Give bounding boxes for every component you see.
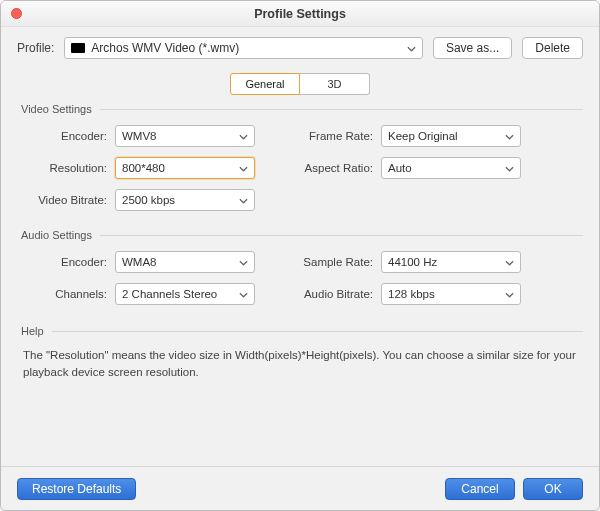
video-encoder-select[interactable]: WMV8 [115,125,255,147]
help-text: The "Resolution" means the video size in… [23,347,577,382]
chevron-down-icon [505,256,514,268]
ok-button[interactable]: OK [523,478,583,500]
restore-defaults-button[interactable]: Restore Defaults [17,478,136,500]
chevron-down-icon [239,162,248,174]
resolution-select[interactable]: 800*480 [115,157,255,179]
window-title: Profile Settings [254,7,346,21]
close-icon[interactable] [11,8,22,19]
profile-select[interactable]: Archos WMV Video (*.wmv) [64,37,423,59]
sample-rate-select[interactable]: 44100 Hz [381,251,521,273]
chevron-down-icon [505,162,514,174]
video-encoder-label: Encoder: [23,130,115,142]
tab-general[interactable]: General [230,73,300,95]
help-group: Help The "Resolution" means the video si… [17,325,583,382]
audio-settings-title: Audio Settings [21,229,92,241]
resolution-label: Resolution: [23,162,115,174]
delete-button[interactable]: Delete [522,37,583,59]
frame-rate-select[interactable]: Keep Original [381,125,521,147]
video-settings-title: Video Settings [21,103,92,115]
aspect-ratio-select[interactable]: Auto [381,157,521,179]
sample-rate-label: Sample Rate: [289,256,381,268]
audio-bitrate-select[interactable]: 128 kbps [381,283,521,305]
frame-rate-label: Frame Rate: [289,130,381,142]
video-bitrate-select[interactable]: 2500 kbps [115,189,255,211]
help-title: Help [21,325,44,337]
chevron-down-icon [239,256,248,268]
channels-label: Channels: [23,288,115,300]
chevron-down-icon [239,288,248,300]
audio-encoder-label: Encoder: [23,256,115,268]
bottom-bar: Restore Defaults Cancel OK [1,466,599,510]
chevron-down-icon [407,41,416,55]
video-settings-group: Video Settings Encoder: WMV8 Frame Rate:… [17,103,583,211]
profile-label: Profile: [17,41,54,55]
audio-bitrate-label: Audio Bitrate: [289,288,381,300]
chevron-down-icon [505,130,514,142]
profile-settings-window: Profile Settings Profile: Archos WMV Vid… [0,0,600,511]
tab-3d[interactable]: 3D [300,73,370,95]
aspect-ratio-label: Aspect Ratio: [289,162,381,174]
chevron-down-icon [505,288,514,300]
video-bitrate-label: Video Bitrate: [23,194,115,206]
top-row: Profile: Archos WMV Video (*.wmv) Save a… [17,37,583,59]
titlebar: Profile Settings [1,1,599,27]
chevron-down-icon [239,194,248,206]
audio-settings-group: Audio Settings Encoder: WMA8 Sample Rate… [17,229,583,305]
profile-format-icon [71,43,85,53]
window-controls [11,8,22,19]
chevron-down-icon [239,130,248,142]
cancel-button[interactable]: Cancel [445,478,515,500]
channels-select[interactable]: 2 Channels Stereo [115,283,255,305]
audio-encoder-select[interactable]: WMA8 [115,251,255,273]
profile-value: Archos WMV Video (*.wmv) [91,41,239,55]
save-as-button[interactable]: Save as... [433,37,512,59]
tabs: General 3D [17,73,583,95]
